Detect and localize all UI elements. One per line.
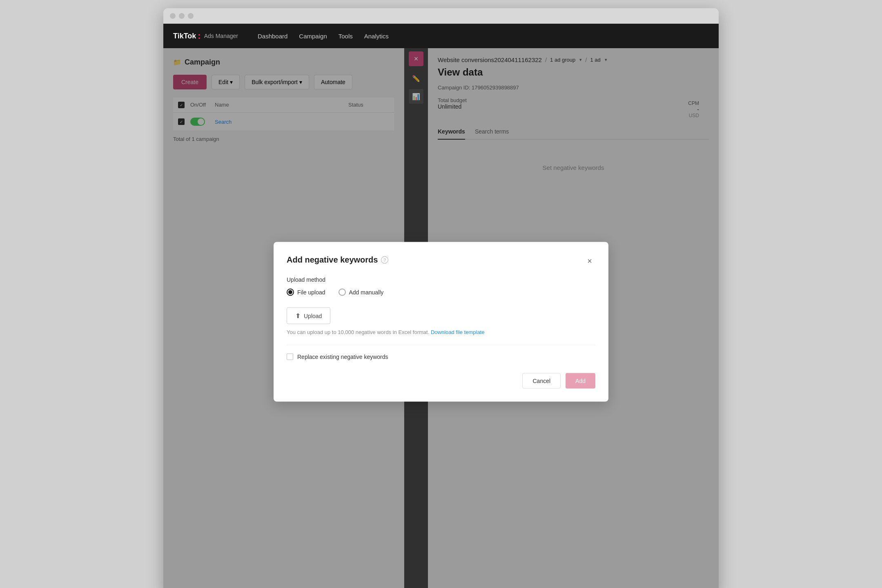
modal-divider <box>287 345 595 345</box>
upload-arrow-icon: ⬆ <box>295 312 301 320</box>
radio-add-manually[interactable]: Add manually <box>339 289 384 296</box>
download-template-link[interactable]: Download file template <box>431 329 485 335</box>
nav-links: Dashboard Campaign Tools Analytics <box>258 31 389 41</box>
upload-hint-text: You can upload up to 10,000 negative wor… <box>287 329 429 335</box>
browser-dot-yellow <box>179 13 185 19</box>
modal-close-button[interactable]: × <box>584 255 595 267</box>
modal-help-icon[interactable]: ? <box>381 256 388 263</box>
logo: TikTok : Ads Manager <box>173 31 238 40</box>
radio-label-manual: Add manually <box>349 289 384 296</box>
add-negative-keywords-modal: Add negative keywords ? × Upload method … <box>274 242 608 402</box>
nav-analytics[interactable]: Analytics <box>364 31 389 41</box>
modal-title-wrap: Add negative keywords ? <box>287 255 388 265</box>
replace-checkbox[interactable] <box>287 354 293 360</box>
cancel-button[interactable]: Cancel <box>522 373 561 389</box>
radio-btn-file[interactable] <box>287 289 294 296</box>
browser-dot-green <box>188 13 194 19</box>
browser-window: TikTok : Ads Manager Dashboard Campaign … <box>163 8 719 588</box>
nav-campaign[interactable]: Campaign <box>299 31 327 41</box>
main-content: 📁 Campaign Create Edit ▾ Bulk export/imp… <box>163 48 719 588</box>
nav-tools[interactable]: Tools <box>339 31 353 41</box>
modal-footer: Cancel Add <box>287 373 595 389</box>
radio-file-upload[interactable]: File upload <box>287 289 325 296</box>
replace-label: Replace existing negative keywords <box>297 354 388 360</box>
logo-dot: : <box>198 31 200 40</box>
upload-hint: You can upload up to 10,000 negative wor… <box>287 329 595 335</box>
radio-group: File upload Add manually <box>287 289 595 296</box>
add-button[interactable]: Add <box>566 373 595 389</box>
browser-titlebar <box>163 8 719 24</box>
app-container: TikTok : Ads Manager Dashboard Campaign … <box>163 24 719 588</box>
modal-header: Add negative keywords ? × <box>287 255 595 267</box>
top-nav: TikTok : Ads Manager Dashboard Campaign … <box>163 24 719 48</box>
nav-dashboard[interactable]: Dashboard <box>258 31 287 41</box>
radio-label-file: File upload <box>297 289 325 296</box>
question-mark-icon: ? <box>383 257 386 262</box>
logo-ads-text: Ads Manager <box>204 33 238 39</box>
modal-title: Add negative keywords <box>287 255 378 265</box>
browser-dot-red <box>170 13 176 19</box>
upload-btn-label: Upload <box>304 312 322 319</box>
logo-tiktok-text: TikTok <box>173 32 196 40</box>
upload-button[interactable]: ⬆ Upload <box>287 307 330 324</box>
replace-checkbox-row: Replace existing negative keywords <box>287 354 595 360</box>
upload-method-label: Upload method <box>287 276 595 283</box>
radio-btn-manual[interactable] <box>339 289 346 296</box>
